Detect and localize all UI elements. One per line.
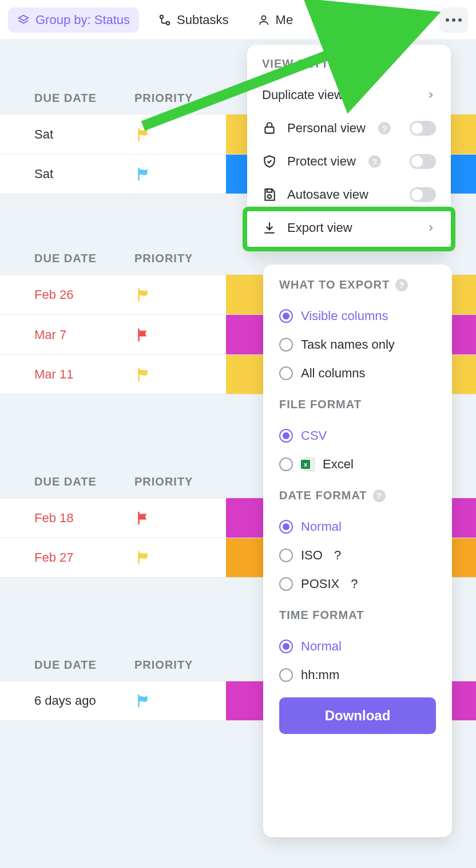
- radio-all-columns[interactable]: All columns: [279, 359, 436, 388]
- menu-autosave-view[interactable]: Autosave view: [247, 178, 451, 211]
- radio-date-normal[interactable]: Normal: [279, 512, 436, 541]
- priority-cell[interactable]: [134, 326, 226, 344]
- excel-icon: x: [301, 457, 315, 471]
- radio-label: All columns: [301, 366, 365, 381]
- chevron-right-icon: [426, 223, 436, 233]
- due-date-cell[interactable]: 6 days ago: [0, 693, 134, 708]
- menu-duplicate-view[interactable]: Duplicate view: [247, 78, 451, 112]
- protect-view-toggle[interactable]: [410, 154, 436, 169]
- me-chip[interactable]: Me: [248, 7, 303, 33]
- file-format-header: FILE FORMAT: [279, 398, 436, 411]
- radio-label: ISO: [301, 548, 323, 563]
- menu-duplicate-label: Duplicate view: [262, 88, 343, 102]
- more-options-button[interactable]: [439, 7, 468, 33]
- radio-icon: [279, 457, 293, 471]
- column-header-priority[interactable]: PRIORITY: [134, 475, 226, 488]
- column-header-priority[interactable]: PRIORITY: [134, 92, 226, 105]
- due-date-cell[interactable]: Sat: [0, 167, 134, 182]
- radio-label: CSV: [301, 428, 327, 443]
- svg-point-8: [268, 195, 272, 199]
- save-icon: [262, 187, 277, 202]
- due-date-cell[interactable]: Mar 7: [0, 328, 134, 342]
- column-header-due-date[interactable]: DUE DATE: [0, 658, 134, 672]
- priority-cell[interactable]: [134, 126, 226, 143]
- svg-rect-7: [267, 189, 272, 192]
- time-format-header: TIME FORMAT: [279, 609, 436, 622]
- menu-personal-view[interactable]: Personal view ?: [247, 112, 451, 145]
- help-icon[interactable]: ?: [334, 548, 341, 563]
- view-settings-title: VIEW SETTINGS: [247, 57, 451, 70]
- radio-label: Excel: [323, 457, 354, 472]
- priority-cell[interactable]: [134, 692, 226, 709]
- assignees-button[interactable]: [330, 7, 343, 33]
- toolbar: Group by: Status Subtasks Me • Show: [0, 0, 476, 40]
- menu-export-view[interactable]: Export view: [247, 211, 451, 244]
- radio-label: Normal: [301, 639, 342, 654]
- due-date-cell[interactable]: Feb 27: [0, 550, 134, 565]
- me-label: Me: [276, 13, 293, 27]
- group-by-label: Group by: Status: [35, 13, 130, 27]
- help-icon[interactable]: ?: [378, 122, 391, 135]
- priority-cell[interactable]: [134, 165, 226, 183]
- svg-point-4: [338, 16, 341, 19]
- priority-cell[interactable]: [134, 549, 226, 566]
- shield-icon: [262, 154, 277, 169]
- ellipsis-icon: [446, 18, 462, 22]
- due-date-cell[interactable]: Feb 18: [0, 511, 134, 526]
- radio-label: POSIX: [301, 577, 339, 591]
- column-header-priority[interactable]: PRIORITY: [134, 658, 226, 672]
- column-header-due-date[interactable]: DUE DATE: [0, 252, 134, 265]
- radio-iso[interactable]: ISO ?: [279, 541, 436, 570]
- menu-autosave-label: Autosave view: [287, 187, 368, 202]
- radio-csv[interactable]: CSV: [279, 421, 436, 450]
- column-header-due-date[interactable]: DUE DATE: [0, 475, 134, 488]
- group-by-chip[interactable]: Group by: Status: [8, 7, 139, 33]
- svg-point-0: [160, 15, 164, 18]
- personal-view-toggle[interactable]: [410, 121, 436, 136]
- radio-icon: [279, 429, 293, 443]
- menu-personal-label: Personal view: [287, 121, 366, 136]
- radio-posix[interactable]: POSIX ?: [279, 570, 436, 598]
- chevron-right-icon: [426, 90, 436, 100]
- menu-protect-label: Protect view: [287, 154, 356, 169]
- help-icon[interactable]: ?: [351, 577, 358, 591]
- show-chip[interactable]: Show: [353, 7, 421, 33]
- show-label: Show: [380, 13, 412, 27]
- subtasks-label: Subtasks: [177, 13, 229, 27]
- radio-time-normal[interactable]: Normal: [279, 632, 436, 661]
- date-format-header: DATE FORMAT ?: [279, 489, 436, 502]
- priority-cell[interactable]: [134, 366, 226, 383]
- priority-cell[interactable]: [134, 286, 226, 303]
- svg-point-3: [334, 16, 337, 19]
- radio-visible-columns[interactable]: Visible columns: [279, 302, 436, 330]
- help-icon[interactable]: ?: [368, 155, 381, 168]
- radio-icon: [279, 366, 293, 380]
- due-date-cell[interactable]: Mar 11: [0, 367, 134, 382]
- menu-protect-view[interactable]: Protect view ?: [247, 145, 451, 178]
- radio-icon: [279, 577, 293, 591]
- radio-label: Normal: [301, 519, 342, 534]
- due-date-cell[interactable]: Sat: [0, 127, 134, 142]
- help-icon[interactable]: ?: [395, 279, 408, 291]
- layers-icon: [17, 14, 30, 26]
- svg-point-1: [166, 21, 170, 25]
- help-icon[interactable]: ?: [373, 490, 386, 502]
- menu-export-label: Export view: [287, 220, 352, 235]
- column-header-priority[interactable]: PRIORITY: [134, 252, 226, 265]
- view-settings-menu: VIEW SETTINGS Duplicate view Personal vi…: [247, 45, 451, 251]
- person-icon: [257, 14, 270, 26]
- due-date-cell[interactable]: Feb 26: [0, 287, 134, 302]
- download-icon: [262, 220, 277, 235]
- radio-icon: [279, 549, 293, 562]
- subtasks-chip[interactable]: Subtasks: [149, 7, 238, 33]
- download-button[interactable]: Download: [279, 697, 436, 734]
- column-header-due-date[interactable]: DUE DATE: [0, 92, 134, 105]
- radio-hhmm[interactable]: hh:mm: [279, 661, 436, 689]
- radio-icon: [279, 309, 293, 323]
- autosave-view-toggle[interactable]: [410, 187, 436, 202]
- radio-label: hh:mm: [301, 668, 339, 682]
- radio-excel[interactable]: x Excel: [279, 450, 436, 479]
- radio-icon: [279, 338, 293, 352]
- priority-cell[interactable]: [134, 510, 226, 527]
- radio-task-names-only[interactable]: Task names only: [279, 330, 436, 359]
